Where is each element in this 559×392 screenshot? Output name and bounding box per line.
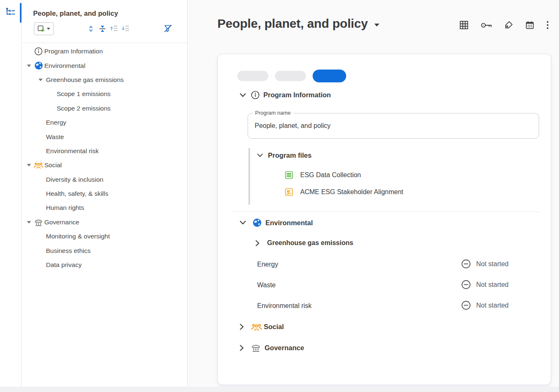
pill-inactive-2[interactable]	[275, 71, 306, 81]
chevron-down-icon[interactable]	[257, 154, 263, 157]
bank-icon	[34, 218, 43, 226]
tree-view-icon[interactable]	[5, 6, 17, 18]
caret-down-icon[interactable]	[36, 79, 45, 81]
chevron-down-icon[interactable]	[240, 221, 246, 225]
tree-item-data-privacy[interactable]: Data privacy	[22, 258, 187, 272]
outline-tree: Program Information Environmental Greenh…	[22, 44, 187, 272]
file-name: ESG Data Collection	[300, 171, 361, 179]
group-greenhouse-gas-emissions[interactable]: Greenhouse gas emissions	[255, 239, 353, 247]
program-name-input[interactable]	[248, 113, 539, 138]
tree-item-social[interactable]: Social	[22, 158, 187, 172]
chevron-right-icon[interactable]	[255, 240, 260, 246]
section-title: Environmental	[265, 219, 313, 227]
chevron-right-icon[interactable]	[240, 324, 244, 330]
header-actions	[447, 21, 549, 29]
overflow-menu-icon[interactable]	[547, 21, 549, 29]
sidebar-title: People, planet, and policy	[33, 10, 118, 17]
tree-item-business-ethics[interactable]: Business ethics	[22, 243, 187, 257]
chevron-right-icon[interactable]	[240, 345, 244, 351]
tree-item-label: Human rights	[46, 204, 84, 212]
status-badge[interactable]: Not started	[461, 280, 508, 289]
tree-item-label: Governance	[44, 219, 79, 226]
collapse-rows-icon[interactable]	[99, 25, 106, 32]
pill-inactive-1[interactable]	[237, 71, 268, 81]
expand-rows-icon[interactable]	[88, 25, 94, 32]
info-icon	[34, 47, 43, 55]
not-started-icon	[461, 301, 471, 310]
tree-item-energy[interactable]: Energy	[22, 115, 187, 130]
tree-item-label: Social	[44, 161, 62, 169]
spreadsheet-file-icon	[285, 171, 293, 179]
add-section-button[interactable]	[34, 22, 54, 35]
indent-increase-icon[interactable]	[122, 25, 130, 31]
tree-item-label: Monitoring & oversight	[46, 233, 110, 240]
tree-item-greenhouse-gas-emissions[interactable]: Greenhouse gas emissions	[22, 73, 187, 87]
people-icon	[34, 161, 43, 169]
tree-item-governance[interactable]: Governance	[22, 215, 187, 229]
tree-item-label: Scope 1 emissions	[57, 90, 111, 98]
tree-item-scope-2-emissions[interactable]: Scope 2 emissions	[22, 101, 187, 115]
tree-item-scope-1-emissions[interactable]: Scope 1 emissions	[22, 87, 187, 101]
status-badge[interactable]: Not started	[461, 301, 508, 310]
sidebar-divider	[22, 43, 187, 43]
section-social[interactable]: Social	[240, 322, 284, 331]
topic-row-environmental-risk[interactable]: Environmental risk Not started	[218, 302, 551, 313]
section-governance[interactable]: Governance	[240, 343, 304, 352]
caret-down-icon[interactable]	[24, 65, 34, 67]
filter-clear-icon[interactable]	[164, 24, 172, 33]
chevron-down-icon[interactable]	[240, 93, 246, 97]
active-panel-indicator	[20, 3, 22, 23]
program-title-menu[interactable]: People, planet, and policy	[217, 17, 379, 31]
status-label: Not started	[476, 260, 508, 268]
tree-item-health-safety-skills[interactable]: Health, safety, & skills	[22, 187, 187, 201]
tree-item-human-rights[interactable]: Human rights	[22, 201, 187, 215]
page-title: People, planet, and policy	[217, 17, 368, 31]
tree-item-label: Business ethics	[46, 247, 91, 255]
outline-sidebar: People, planet, and policy	[22, 0, 188, 392]
status-label: Not started	[476, 281, 508, 289]
tree-item-label: Environmental risk	[46, 147, 99, 155]
section-title: Program Information	[263, 91, 331, 99]
pill-active[interactable]	[313, 70, 346, 82]
group-title: Greenhouse gas emissions	[267, 239, 353, 247]
section-divider	[233, 212, 540, 212]
tree-item-diversity-inclusion[interactable]: Diversity & inclusion	[22, 173, 187, 187]
file-name: ACME ESG Stakeholder Alignment	[300, 188, 403, 196]
tag-icon[interactable]	[504, 21, 513, 29]
section-program-files[interactable]: Program files	[257, 152, 311, 159]
topic-row-waste[interactable]: Waste Not started	[218, 281, 551, 292]
tree-item-label: Health, safety, & skills	[46, 190, 108, 197]
tree-item-program-information[interactable]: Program Information	[22, 44, 187, 58]
table-icon[interactable]	[460, 21, 468, 29]
tree-item-environmental-risk[interactable]: Environmental risk	[22, 144, 187, 158]
main-content: People, planet, and policy	[188, 0, 559, 392]
tree-item-monitoring-oversight[interactable]: Monitoring & oversight	[22, 229, 187, 243]
globe-icon	[253, 218, 262, 227]
file-item-acme-esg-stakeholder-alignment[interactable]: ACME ESG Stakeholder Alignment	[285, 188, 403, 196]
status-badge[interactable]: Not started	[461, 259, 508, 269]
report-file-icon	[285, 188, 293, 196]
tree-item-waste[interactable]: Waste	[22, 130, 187, 144]
status-label: Not started	[476, 302, 508, 309]
key-icon[interactable]	[481, 22, 492, 29]
not-started-icon	[461, 259, 471, 269]
bank-icon	[251, 343, 261, 352]
tree-item-label: Diversity & inclusion	[46, 176, 104, 183]
field-label: Program name	[253, 110, 293, 116]
caret-down-icon[interactable]	[24, 164, 34, 166]
section-environmental[interactable]: Environmental	[240, 218, 313, 227]
topic-label: Environmental risk	[257, 302, 312, 310]
add-section-icon	[38, 25, 45, 32]
topic-row-energy[interactable]: Energy Not started	[218, 260, 551, 271]
section-title: Program files	[268, 152, 311, 159]
section-program-information[interactable]: Program Information	[240, 91, 331, 99]
caret-down-icon[interactable]	[24, 221, 34, 224]
section-title: Social	[264, 323, 284, 331]
indent-decrease-icon[interactable]	[110, 25, 118, 31]
calendar-icon[interactable]	[525, 21, 534, 29]
topic-label: Energy	[257, 261, 278, 268]
chevron-down-icon	[47, 28, 50, 30]
sidebar-toolbar	[22, 22, 187, 37]
file-item-esg-data-collection[interactable]: ESG Data Collection	[285, 171, 361, 179]
tree-item-environmental[interactable]: Environmental	[22, 58, 187, 72]
